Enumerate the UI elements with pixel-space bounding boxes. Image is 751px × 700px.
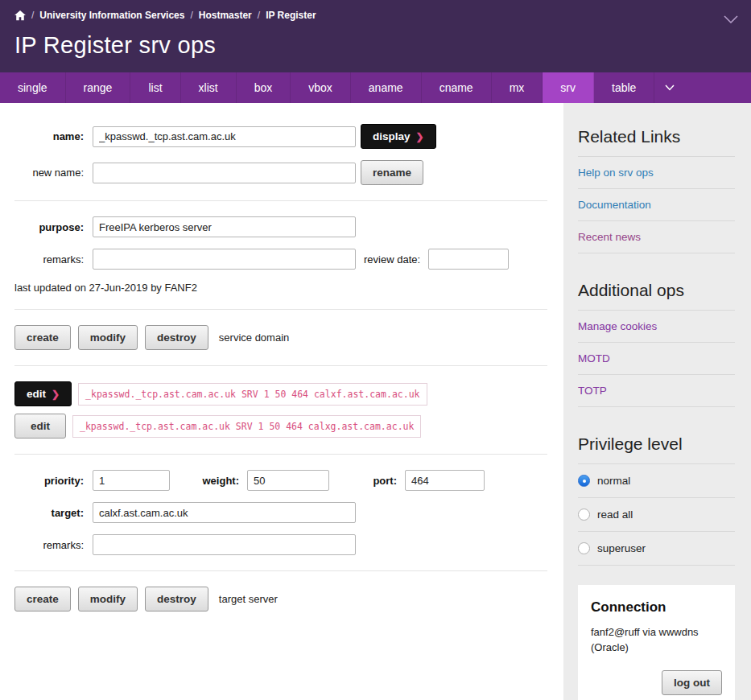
tab-mx[interactable]: mx (492, 72, 543, 103)
purpose-input[interactable] (93, 216, 356, 237)
sidebar-link-totp[interactable]: TOTP (578, 375, 735, 407)
target-server-caption: target server (219, 593, 278, 605)
port-input[interactable] (405, 470, 485, 491)
home-icon[interactable] (14, 10, 26, 21)
main: name: display ❯ new name: rename purpose… (0, 103, 751, 700)
new-name-input[interactable] (93, 163, 356, 183)
sidebar-link-recent-news[interactable]: Recent news (578, 221, 735, 253)
divider (14, 365, 547, 366)
tab-cname[interactable]: cname (422, 72, 492, 103)
service-domain-caption: service domain (219, 331, 289, 344)
connection-info: fanf2@ruff via wwwdns (Oracle) (591, 625, 722, 656)
rename-button[interactable]: rename (361, 160, 423, 185)
tab-srv[interactable]: srv (543, 72, 594, 103)
remarks-label: remarks: (14, 253, 84, 266)
edit-button-label: edit (27, 388, 46, 400)
content-area: name: display ❯ new name: rename purpose… (0, 103, 563, 700)
related-links-title: Related Links (578, 121, 735, 157)
breadcrumb-separator: / (31, 10, 34, 21)
sidebar: Related Links Help on srv ops Documentat… (563, 103, 751, 700)
destroy-target-server-button[interactable]: destroy (145, 587, 208, 611)
tab-aname[interactable]: aname (351, 72, 422, 103)
chevron-right-icon: ❯ (416, 131, 424, 142)
radio-label: normal (597, 475, 630, 487)
sidebar-link-documentation[interactable]: Documentation (578, 189, 735, 221)
create-target-server-button[interactable]: create (14, 587, 71, 611)
header-chevron-down-icon[interactable] (724, 12, 738, 27)
additional-ops-title: Additional ops (578, 274, 735, 311)
destroy-service-domain-button[interactable]: destroy (145, 325, 208, 350)
radio-label: read all (597, 509, 633, 521)
breadcrumb-separator: / (190, 10, 192, 21)
dns-srv-record: _kpasswd._tcp.ast.cam.ac.uk SRV 1 50 464… (78, 383, 427, 406)
priority-label: priority: (14, 475, 84, 487)
primary-nav: single range list xlist box vbox aname c… (0, 72, 751, 103)
privilege-option-superuser[interactable]: superuser (578, 532, 735, 566)
breadcrumb-separator: / (258, 10, 260, 21)
create-service-domain-button[interactable]: create (14, 325, 71, 350)
radio-unselected-icon[interactable] (578, 509, 590, 521)
breadcrumb-item-hostmaster[interactable]: Hostmaster (199, 10, 252, 21)
port-label: port: (347, 475, 397, 487)
tab-table[interactable]: table (594, 72, 654, 103)
sidebar-link-help-on-srv-ops[interactable]: Help on srv ops (578, 157, 735, 189)
weight-input[interactable] (247, 470, 329, 491)
privilege-option-normal[interactable]: normal (578, 464, 735, 498)
remarks2-input[interactable] (93, 534, 356, 555)
target-label: target: (14, 507, 84, 519)
remarks2-label: remarks: (14, 539, 84, 551)
last-updated-text: last updated on 27-Jun-2019 by FANF2 (14, 282, 547, 294)
page-header: / University Information Services / Host… (0, 0, 751, 72)
divider (14, 570, 547, 571)
divider (14, 454, 547, 455)
weight-label: weight: (178, 475, 239, 487)
sidebar-link-manage-cookies[interactable]: Manage cookies (578, 311, 735, 343)
name-label: name: (14, 130, 84, 142)
breadcrumb-item-uis[interactable]: University Information Services (39, 10, 184, 21)
new-name-label: new name: (14, 167, 84, 179)
tab-list[interactable]: list (130, 72, 180, 103)
divider (14, 200, 547, 201)
radio-selected-icon[interactable] (578, 475, 590, 487)
breadcrumb-item-ip-register[interactable]: IP Register (266, 10, 316, 21)
tab-box[interactable]: box (237, 72, 291, 103)
connection-title: Connection (591, 599, 722, 616)
display-button[interactable]: display ❯ (361, 124, 436, 149)
page-title: IP Register srv ops (14, 31, 737, 60)
display-button-label: display (373, 130, 411, 142)
edit-record-button[interactable]: edit (14, 414, 66, 439)
review-date-label: review date: (364, 253, 420, 266)
tab-single[interactable]: single (0, 72, 66, 103)
record-row: edit _kpasswd._tcp.ast.cam.ac.uk SRV 1 5… (14, 414, 547, 439)
tab-range[interactable]: range (66, 72, 131, 103)
review-date-input[interactable] (428, 249, 509, 270)
priority-input[interactable] (93, 470, 170, 491)
chevron-right-icon: ❯ (52, 389, 60, 400)
modify-service-domain-button[interactable]: modify (78, 325, 138, 350)
breadcrumb: / University Information Services / Host… (14, 10, 737, 21)
logout-button[interactable]: log out (662, 670, 722, 695)
modify-target-server-button[interactable]: modify (78, 587, 138, 611)
target-input[interactable] (93, 502, 356, 523)
tab-vbox[interactable]: vbox (291, 72, 351, 103)
record-row: edit ❯ _kpasswd._tcp.ast.cam.ac.uk SRV 1… (14, 381, 547, 406)
radio-unselected-icon[interactable] (578, 542, 590, 554)
dns-srv-record: _kpasswd._tcp.ast.cam.ac.uk SRV 1 50 464… (72, 415, 421, 438)
radio-label: superuser (597, 542, 646, 554)
sidebar-link-motd[interactable]: MOTD (578, 343, 735, 375)
privilege-option-read-all[interactable]: read all (578, 498, 735, 532)
purpose-label: purpose: (14, 221, 84, 233)
name-input[interactable] (93, 126, 356, 147)
nav-more-chevron-icon[interactable] (654, 72, 685, 103)
tab-xlist[interactable]: xlist (181, 72, 237, 103)
connection-panel: Connection fanf2@ruff via wwwdns (Oracle… (578, 585, 735, 700)
remarks-input[interactable] (93, 249, 356, 270)
privilege-level-title: Privilege level (578, 428, 735, 464)
edit-record-button[interactable]: edit ❯ (14, 381, 72, 406)
divider (14, 309, 547, 310)
